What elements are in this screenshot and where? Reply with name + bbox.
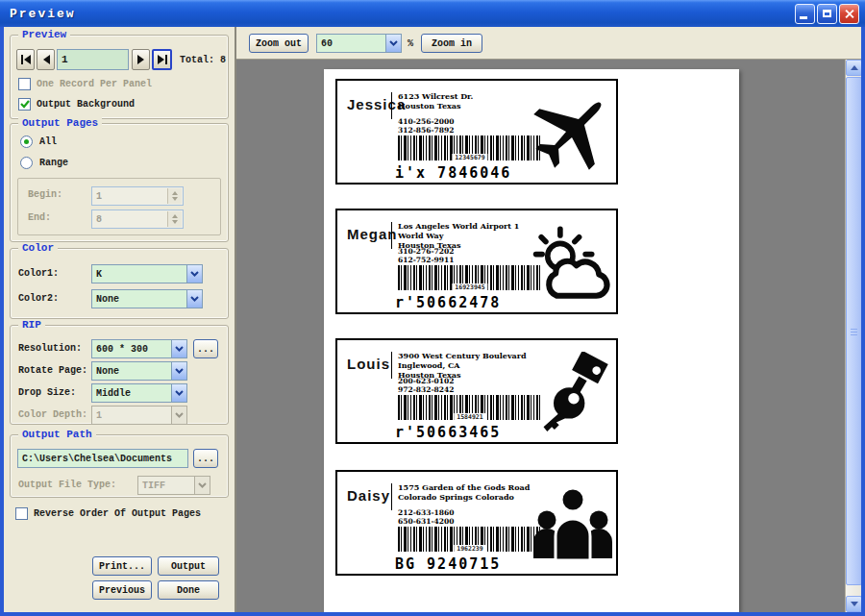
label-phone2: 612-752-9911 <box>398 256 454 264</box>
output-path-browse-button[interactable]: ... <box>193 449 218 468</box>
label-address-line1: Los Angeles World Airport 1 World Way <box>398 221 542 240</box>
range-pages-radio[interactable] <box>20 157 33 169</box>
barcode-number: 1584921 <box>454 413 485 421</box>
shipping-label: Louis 3900 West Century Boulevard Inglew… <box>335 338 618 444</box>
file-type-select: TIFF <box>137 476 210 495</box>
label-name: Louis <box>347 356 390 372</box>
spin-up-icon <box>172 191 178 195</box>
reverse-order-checkbox-row[interactable]: Reverse Order Of Output Pages <box>15 507 201 520</box>
label-address: 3900 West Century Boulevard Inglewood, C… <box>398 351 542 380</box>
label-big-code: r'50662478 <box>395 294 501 311</box>
shipping-label: Megan Los Angeles World Airport 1 World … <box>335 209 618 314</box>
drop-size-select[interactable]: Middle <box>91 383 187 403</box>
previous-button[interactable]: Previous <box>92 580 152 600</box>
minimize-button[interactable] <box>795 4 815 24</box>
chevron-down-icon <box>175 412 184 418</box>
zoom-out-button[interactable]: Zoom out <box>249 34 309 53</box>
shipping-label: Daisy 1575 Garden of the Gods Road Color… <box>335 470 618 576</box>
file-type-label: Output File Type: <box>18 480 116 490</box>
next-record-icon <box>137 55 145 64</box>
previous-record-button[interactable] <box>37 49 55 70</box>
zoom-level-dropdown-button[interactable] <box>385 35 401 52</box>
end-spinner <box>167 211 182 227</box>
label-divider <box>391 352 392 379</box>
color-depth-label: Color Depth: <box>18 409 87 420</box>
label-address-line2: Colorado Springs Colorado <box>398 492 542 502</box>
output-path-group: Output Path C:\Users\Chelsea\Documents .… <box>10 434 229 498</box>
maximize-button[interactable] <box>817 4 837 24</box>
label-phones: 310-276-7202 612-752-9911 <box>398 247 454 264</box>
chevron-down-icon <box>198 482 207 488</box>
rotate-page-label: Rotate Page: <box>18 365 87 376</box>
close-button[interactable] <box>839 4 859 24</box>
percent-label: % <box>408 38 413 49</box>
airplane-icon <box>530 88 616 177</box>
all-pages-radio-row[interactable]: All <box>20 136 57 148</box>
rotate-page-dropdown-button[interactable] <box>171 362 186 380</box>
titlebar[interactable]: Preview <box>0 0 865 27</box>
color2-select[interactable]: None <box>91 289 203 308</box>
output-background-label: Output Background <box>37 99 135 110</box>
color-depth-select: 1 <box>91 406 187 425</box>
spin-down-icon <box>172 197 178 201</box>
drop-size-label: Drop Size: <box>18 387 76 398</box>
scrollbar-thumb[interactable] <box>846 77 861 585</box>
all-pages-radio[interactable] <box>20 136 33 148</box>
preview-page: Jessica 6123 Wilcrest Dr. Houston Texas … <box>324 69 739 612</box>
output-button[interactable]: Output <box>158 556 219 576</box>
sun-cloud-icon <box>530 223 616 302</box>
close-icon <box>844 9 854 19</box>
drop-size-dropdown-button[interactable] <box>171 384 186 402</box>
record-number-input[interactable]: 1 <box>57 49 129 70</box>
label-phones: 410-256-2000 312-856-7892 <box>398 117 454 135</box>
zoom-level-select[interactable]: 60 <box>316 34 402 53</box>
output-background-checkbox-row[interactable]: Output Background <box>18 98 135 111</box>
last-record-button[interactable] <box>152 49 172 70</box>
color2-dropdown-button[interactable] <box>186 290 202 308</box>
resolution-browse-button[interactable]: ... <box>193 339 218 358</box>
label-address: Los Angeles World Airport 1 World Way Ho… <box>398 221 542 250</box>
zoom-in-button[interactable]: Zoom in <box>421 34 482 53</box>
rip-group-title: RIP <box>18 319 45 331</box>
output-path-input[interactable]: C:\Users\Chelsea\Documents <box>17 449 188 468</box>
color1-dropdown-button[interactable] <box>186 265 202 283</box>
chevron-down-icon <box>190 271 199 277</box>
preview-group: Preview 1 Total: 8 One Record Per Pan <box>10 35 229 119</box>
reverse-order-checkbox[interactable] <box>15 507 28 520</box>
barcode-number: 16923945 <box>452 283 487 291</box>
color-depth-value: 1 <box>92 407 171 424</box>
total-records-label: Total: 8 <box>180 55 226 65</box>
reverse-order-label: Reverse Order Of Output Pages <box>34 508 201 519</box>
print-button[interactable]: Print... <box>92 556 152 576</box>
label-big-code: BG 9240715 <box>395 555 501 573</box>
next-record-button[interactable] <box>132 49 150 70</box>
label-phones: 200-623-0102 972-832-8242 <box>398 377 454 394</box>
vertical-scrollbar[interactable] <box>845 60 861 612</box>
first-record-icon <box>21 55 31 64</box>
label-phones: 212-633-1860 650-631-4200 <box>398 508 454 526</box>
resolution-select[interactable]: 600 * 300 <box>91 339 187 358</box>
label-big-code: r'50663465 <box>395 424 501 441</box>
label-big-code: i'x 7846046 <box>395 164 511 182</box>
label-phone1: 200-623-0102 <box>398 377 454 385</box>
label-phone1: 310-276-7202 <box>398 247 454 256</box>
key-icon <box>534 352 611 432</box>
barcode-number: 12345679 <box>452 154 487 161</box>
color1-select[interactable]: K <box>91 264 203 283</box>
range-pages-label: Range <box>39 158 68 168</box>
barcode: 1962239 <box>398 527 542 552</box>
done-button[interactable]: Done <box>158 580 219 600</box>
label-name: Daisy <box>347 487 390 504</box>
output-background-checkbox[interactable] <box>18 98 31 111</box>
label-icon-slot <box>530 216 616 308</box>
scroll-down-button[interactable] <box>846 596 861 612</box>
rotate-page-select[interactable]: None <box>91 361 187 381</box>
output-path-group-title: Output Path <box>18 429 96 440</box>
color2-label: Color2: <box>18 293 59 304</box>
minimize-icon <box>800 16 807 19</box>
range-pages-radio-row[interactable]: Range <box>20 157 68 169</box>
resolution-dropdown-button[interactable] <box>171 340 186 357</box>
first-record-button[interactable] <box>16 49 35 70</box>
scroll-up-button[interactable] <box>846 60 861 76</box>
one-record-checkbox-row: One Record Per Panel <box>18 78 152 90</box>
